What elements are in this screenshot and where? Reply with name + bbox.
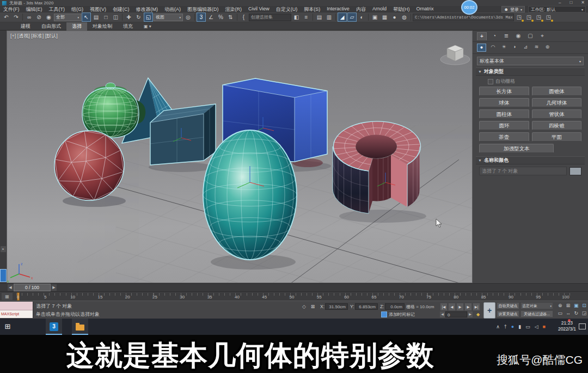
autogrid-checkbox-row[interactable]: 自动栅格 — [488, 78, 588, 85]
snap-toggle-3d-icon[interactable]: 3 — [197, 13, 206, 22]
utilities-tab-icon[interactable]: ⌖ — [538, 32, 547, 40]
ribbon-tab-建模[interactable]: 建模 — [15, 22, 36, 30]
scene-object-sphere[interactable] — [203, 130, 297, 260]
maxscript-mini-listener[interactable]: MAXScript — [0, 302, 33, 318]
go-to-start-icon[interactable]: |◀ — [440, 303, 448, 311]
selection-lock-icon[interactable]: ⊠ — [309, 303, 316, 310]
ribbon-tab-选择[interactable]: 选择 — [66, 22, 87, 30]
angle-snap-icon[interactable]: ∠ — [206, 13, 216, 22]
ribbon-tab-对象绘制[interactable]: 对象绘制 — [87, 22, 118, 30]
maximize-viewport-icon[interactable]: ◲ — [580, 310, 588, 317]
primitive-button[interactable]: 平面 — [532, 132, 582, 142]
object-name-field[interactable]: 选择了 7 个 对象 — [479, 167, 567, 175]
volume-icon[interactable]: ◁ — [535, 319, 538, 335]
primitive-button[interactable]: 圆环 — [479, 121, 529, 130]
shapes-category-icon[interactable]: ◠ — [489, 44, 497, 51]
primitive-button[interactable]: 圆柱体 — [479, 109, 529, 119]
menu-item[interactable]: 创建(C) — [109, 6, 133, 13]
tray-expand-icon[interactable]: ∧ — [496, 319, 500, 335]
menu-item[interactable]: 自定义(U) — [273, 6, 301, 13]
primitive-button[interactable]: 四棱锥 — [532, 121, 582, 130]
layer-manager-icon[interactable]: ▤ — [315, 13, 324, 22]
spacewarps-category-icon[interactable]: ≋ — [532, 44, 541, 51]
select-and-scale-icon[interactable]: ◱ — [144, 13, 153, 22]
bind-to-space-warp-icon[interactable]: ◉ — [44, 13, 53, 22]
key-mode-toggle-icon[interactable]: ◆ — [475, 311, 481, 317]
menu-item[interactable]: 脚本(S) — [301, 6, 323, 13]
primitive-button[interactable]: 加强型文本 — [479, 144, 554, 153]
percent-snap-icon[interactable]: % — [216, 13, 225, 22]
scene-object-tube[interactable] — [333, 121, 420, 213]
primitive-button[interactable]: 长方体 — [479, 87, 529, 96]
set-keys-button[interactable]: + — [483, 302, 495, 319]
motion-tab-icon[interactable]: ◉ — [514, 32, 523, 40]
zoom-icon[interactable]: ⊕ — [556, 302, 564, 309]
play-animation-icon[interactable]: ▶ — [456, 303, 464, 311]
display-tray-icon[interactable]: ▭ — [525, 319, 530, 335]
menu-item[interactable]: 帮助(H) — [390, 6, 413, 13]
ribbon-tab-自由形式[interactable]: 自由形式 — [36, 22, 66, 30]
subcategory-dropdown[interactable]: 标准基本体 ▾ — [477, 57, 584, 65]
render-iterative-icon[interactable]: ◍ — [400, 13, 409, 22]
open-mini-curve-editor-button[interactable]: ▦ — [2, 293, 13, 300]
project-folder-dropdown[interactable]: C:\Users\Administrator\Documents\3ds Max… — [413, 14, 514, 21]
object-color-swatch[interactable] — [569, 167, 581, 175]
frame-number-field[interactable]: 0 — [445, 311, 467, 317]
use-pivot-point-icon[interactable]: ◎ — [183, 13, 193, 22]
z-coord-field[interactable]: 0.0cm — [385, 303, 405, 310]
menu-item[interactable]: Ornatrix — [413, 6, 437, 13]
go-to-end-icon[interactable]: ▶| — [473, 303, 480, 311]
named-selection-set-field[interactable]: 创建选择集 — [249, 14, 291, 21]
previous-frame-arrow[interactable]: ◀ — [8, 284, 13, 291]
rollout-name-color[interactable]: ▼ 名称和颜色 — [476, 156, 585, 164]
menu-item[interactable]: 图形编辑器(D) — [184, 6, 222, 13]
time-slider-handle[interactable]: 0 / 100 — [14, 284, 51, 291]
select-and-move-icon[interactable]: ✚ — [124, 13, 133, 22]
autogrid-checkbox[interactable] — [488, 79, 493, 84]
zoom-extents-all-icon[interactable]: ⊡ — [580, 302, 588, 309]
menu-item[interactable]: 编辑(E) — [23, 6, 46, 13]
isolate-selection-icon[interactable]: ◇ — [301, 303, 308, 310]
menu-item[interactable]: 内容 — [353, 6, 369, 13]
pan-view-icon[interactable]: ↔ — [565, 310, 572, 317]
macro-recorder-pane[interactable] — [0, 302, 33, 310]
cameras-category-icon[interactable]: ◗ — [511, 44, 519, 51]
viewport-canvas[interactable]: x y z — [7, 31, 473, 283]
reference-coordinate-dropdown[interactable]: 视图▾ — [154, 14, 183, 21]
pin-tray-icon[interactable]: † — [504, 319, 507, 335]
y-coord-field[interactable]: 6.853cm — [355, 303, 378, 310]
select-object-icon[interactable]: ↖ — [82, 13, 91, 22]
selection-filter-dropdown[interactable]: 全部▾ — [54, 14, 81, 21]
spinner-right-arrow[interactable]: ▶ — [468, 311, 473, 317]
lights-category-icon[interactable]: ☀ — [500, 44, 508, 51]
menu-item[interactable]: 文件(F) — [0, 6, 23, 13]
plugin-tool-icon-3[interactable]: ◳ — [534, 13, 543, 22]
docked-panel-button[interactable] — [0, 269, 7, 282]
perspective-viewport[interactable]: [+] [透视] [标准] [默认] — [7, 30, 473, 283]
next-frame-icon[interactable]: ▶ — [464, 303, 472, 311]
window-crossing-icon[interactable]: ◫ — [111, 13, 120, 22]
rect-selection-region-icon[interactable]: □ — [101, 13, 111, 22]
action-center-icon[interactable] — [579, 323, 586, 329]
rendered-frame-window-icon[interactable]: ▦ — [380, 13, 389, 22]
zoom-region-icon[interactable]: ▭ — [556, 310, 564, 317]
menu-item[interactable]: 组(G) — [68, 6, 87, 13]
menu-item[interactable]: 修改器(M) — [133, 6, 162, 13]
create-tab-icon[interactable]: + — [477, 32, 487, 40]
spinner-snap-icon[interactable]: ⇅ — [226, 13, 235, 22]
unlink-selection-icon[interactable]: ⊘ — [34, 13, 44, 22]
menu-item[interactable]: 视图(V) — [87, 6, 109, 13]
scene-explorer-icon[interactable]: ▥ — [324, 13, 334, 22]
select-and-rotate-icon[interactable]: ↻ — [134, 13, 143, 22]
menu-item[interactable]: 动画(A) — [161, 6, 184, 13]
taskbar-3dsmax-icon[interactable]: 3 — [46, 319, 62, 335]
plugin-tool-icon-1[interactable]: ◳ — [514, 13, 524, 22]
auto-key-button[interactable]: 自动关键点 — [497, 302, 519, 309]
select-and-link-icon[interactable]: ∞ — [24, 13, 34, 22]
menu-item[interactable]: 工具(T) — [46, 6, 69, 13]
menu-item[interactable]: Interactive — [323, 6, 353, 13]
zoom-extents-selected-icon[interactable]: ▣ — [573, 302, 580, 309]
render-production-icon[interactable]: ● — [390, 13, 399, 22]
key-filters-button[interactable]: 关键点过滤器... — [520, 310, 553, 317]
close-button[interactable]: ✕ — [581, 0, 585, 5]
